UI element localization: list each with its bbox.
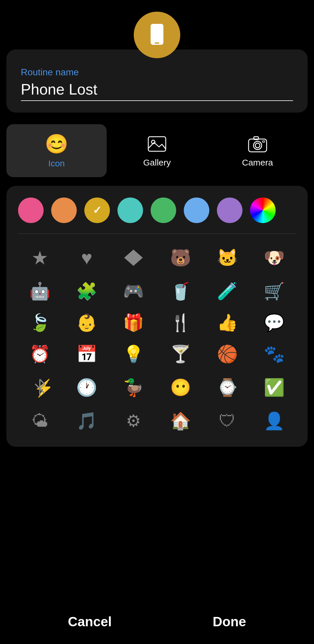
icon-puzzle[interactable]: 🧩 bbox=[65, 280, 109, 303]
icon-flask[interactable]: 🧪 bbox=[205, 280, 249, 303]
top-section: Routine name bbox=[0, 0, 314, 113]
icon-cat[interactable]: 🐱 bbox=[205, 244, 249, 271]
icon-heart[interactable]: ♥ bbox=[65, 244, 109, 271]
icon-calendar[interactable]: 📅 bbox=[65, 343, 109, 365]
icon-clock[interactable]: 🕐 bbox=[65, 374, 109, 401]
icon-sun[interactable]: 🌤 bbox=[18, 410, 62, 432]
icon-bulb[interactable]: 💡 bbox=[112, 343, 156, 365]
svg-rect-2 bbox=[148, 137, 166, 151]
icon-cocktail[interactable]: 🍸 bbox=[158, 343, 202, 365]
tab-icon[interactable]: 😊 Icon bbox=[6, 124, 107, 177]
color-yellow[interactable] bbox=[84, 198, 110, 223]
icon-gift[interactable]: 🎁 bbox=[112, 311, 156, 334]
icon-bluetooth[interactable]: ⚡ bbox=[18, 374, 62, 401]
icon-person-settings[interactable]: 👤 bbox=[252, 410, 296, 432]
svg-marker-9 bbox=[124, 250, 143, 266]
icon-drinks[interactable]: 🥤 bbox=[158, 280, 202, 303]
svg-rect-7 bbox=[254, 137, 258, 140]
name-card: Routine name bbox=[6, 49, 308, 113]
svg-rect-8 bbox=[263, 141, 265, 142]
bottom-bar: Cancel Done bbox=[0, 599, 314, 644]
tab-camera-label: Camera bbox=[242, 158, 273, 168]
icon-cart[interactable]: 🛒 bbox=[252, 280, 296, 303]
color-purple[interactable] bbox=[217, 198, 242, 223]
icon-thumbsup[interactable]: 👍 bbox=[205, 311, 249, 334]
color-pink[interactable] bbox=[18, 198, 44, 223]
svg-point-5 bbox=[254, 141, 262, 150]
tab-gallery-label: Gallery bbox=[143, 158, 171, 168]
svg-rect-1 bbox=[155, 42, 159, 44]
gallery-icon bbox=[147, 134, 167, 154]
color-teal[interactable] bbox=[117, 198, 143, 223]
color-blue[interactable] bbox=[184, 198, 209, 223]
icon-baby[interactable]: 👶 bbox=[65, 311, 109, 334]
phone-icon bbox=[145, 23, 169, 47]
icon-gamepad[interactable]: 🎮 bbox=[112, 280, 156, 303]
cancel-button[interactable]: Cancel bbox=[51, 611, 129, 632]
icon-robot[interactable]: 🤖 bbox=[18, 280, 62, 303]
color-green[interactable] bbox=[151, 198, 176, 223]
icon-duck[interactable]: 🦆 bbox=[112, 374, 156, 401]
icon-check-circle[interactable]: ✅ bbox=[252, 374, 296, 401]
icon-paw[interactable]: 🐾 bbox=[252, 343, 296, 365]
image-source-tabs: 😊 Icon Gallery Camera bbox=[6, 124, 308, 177]
tab-icon-label: Icon bbox=[48, 159, 65, 168]
color-rainbow[interactable] bbox=[250, 198, 276, 223]
camera-icon bbox=[247, 134, 268, 154]
icon-network[interactable]: ⚙ bbox=[112, 410, 156, 432]
divider bbox=[18, 234, 296, 234]
icon-leaf[interactable]: 🍃 bbox=[18, 311, 62, 334]
icon-face[interactable]: 😶 bbox=[158, 374, 202, 401]
icon-dog[interactable]: 🐶 bbox=[252, 244, 296, 271]
done-button[interactable]: Done bbox=[195, 611, 263, 632]
svg-rect-0 bbox=[151, 24, 163, 45]
smiley-icon: 😊 bbox=[45, 133, 68, 155]
tab-camera[interactable]: Camera bbox=[207, 125, 308, 176]
icon-chat[interactable]: 💬 bbox=[252, 311, 296, 334]
icon-fork-knife[interactable]: 🍴 bbox=[158, 311, 202, 334]
icon-picker: ★ ♥ 🐻 🐱 🐶 🤖 🧩 🎮 🥤 🧪 🛒 🍃 👶 🎁 🍴 👍 💬 ⏰ 📅 💡 … bbox=[6, 186, 308, 447]
tab-gallery[interactable]: Gallery bbox=[107, 125, 207, 176]
color-orange[interactable] bbox=[51, 198, 77, 223]
icon-grid: ★ ♥ 🐻 🐱 🐶 🤖 🧩 🎮 🥤 🧪 🛒 🍃 👶 🎁 🍴 👍 💬 ⏰ 📅 💡 … bbox=[18, 244, 296, 432]
color-palette bbox=[18, 198, 296, 223]
icon-diamond[interactable] bbox=[112, 244, 156, 271]
icon-watch[interactable]: ⌚ bbox=[205, 374, 249, 401]
routine-name-label: Routine name bbox=[21, 67, 293, 78]
icon-star[interactable]: ★ bbox=[18, 244, 62, 271]
app-icon-circle[interactable] bbox=[134, 12, 180, 58]
icon-home-flag[interactable]: 🏠 bbox=[158, 410, 202, 432]
svg-point-6 bbox=[255, 143, 260, 148]
icon-bear[interactable]: 🐻 bbox=[158, 244, 202, 271]
icon-shield[interactable]: 🛡 bbox=[205, 410, 249, 432]
icon-basketball[interactable]: 🏀 bbox=[205, 343, 249, 365]
icon-alarm[interactable]: ⏰ bbox=[18, 343, 62, 365]
icon-music[interactable]: 🎵 bbox=[65, 410, 109, 432]
routine-name-input[interactable] bbox=[21, 81, 293, 101]
